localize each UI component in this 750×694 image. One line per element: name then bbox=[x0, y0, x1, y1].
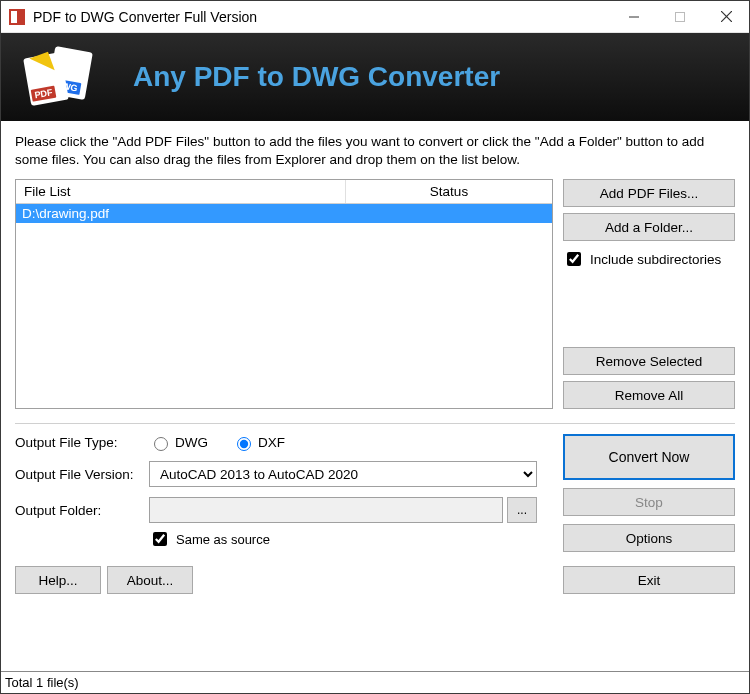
lower-panel: Output File Type: DWG DXF Output File Ve bbox=[15, 434, 735, 552]
footer-buttons: Help... About... Exit bbox=[15, 566, 735, 594]
remove-all-button[interactable]: Remove All bbox=[563, 381, 735, 409]
output-type-label: Output File Type: bbox=[15, 435, 149, 450]
options-button[interactable]: Options bbox=[563, 524, 735, 552]
remove-selected-button[interactable]: Remove Selected bbox=[563, 347, 735, 375]
header-status[interactable]: Status bbox=[346, 180, 552, 203]
banner: Any PDF to DWG Converter bbox=[1, 33, 749, 121]
radio-dwg-label: DWG bbox=[175, 435, 208, 450]
convert-now-button[interactable]: Convert Now bbox=[563, 434, 735, 480]
svg-rect-1 bbox=[676, 12, 685, 21]
include-subdirs-input[interactable] bbox=[567, 252, 581, 266]
add-pdf-files-button[interactable]: Add PDF Files... bbox=[563, 179, 735, 207]
cell-status bbox=[346, 204, 552, 223]
close-icon bbox=[721, 11, 732, 22]
app-icon bbox=[9, 9, 25, 25]
list-body[interactable]: D:\drawing.pdf bbox=[16, 204, 552, 408]
radio-dxf[interactable]: DXF bbox=[232, 434, 285, 451]
status-text: Total 1 file(s) bbox=[5, 675, 79, 690]
maximize-button[interactable] bbox=[657, 1, 703, 33]
radio-dxf-label: DXF bbox=[258, 435, 285, 450]
status-bar: Total 1 file(s) bbox=[1, 671, 749, 693]
titlebar: PDF to DWG Converter Full Version bbox=[1, 1, 749, 33]
banner-title: Any PDF to DWG Converter bbox=[133, 61, 500, 93]
separator bbox=[15, 423, 735, 424]
cell-file: D:\drawing.pdf bbox=[16, 204, 346, 223]
minimize-button[interactable] bbox=[611, 1, 657, 33]
include-subdirs-checkbox[interactable]: Include subdirectories bbox=[563, 249, 735, 269]
stop-button[interactable]: Stop bbox=[563, 488, 735, 516]
output-folder-label: Output Folder: bbox=[15, 503, 149, 518]
add-folder-button[interactable]: Add a Folder... bbox=[563, 213, 735, 241]
output-version-select[interactable]: AutoCAD 2013 to AutoCAD 2020 bbox=[149, 461, 537, 487]
list-row[interactable]: D:\drawing.pdf bbox=[16, 204, 552, 223]
same-as-source-row: Same as source bbox=[15, 529, 537, 549]
output-version-row: Output File Version: AutoCAD 2013 to Aut… bbox=[15, 461, 537, 487]
upper-panel: File List Status D:\drawing.pdf Add PDF … bbox=[15, 179, 735, 409]
app-logo bbox=[25, 45, 97, 109]
maximize-icon bbox=[675, 12, 685, 22]
about-button[interactable]: About... bbox=[107, 566, 193, 594]
exit-button[interactable]: Exit bbox=[563, 566, 735, 594]
output-settings: Output File Type: DWG DXF Output File Ve bbox=[15, 434, 537, 552]
header-file-list[interactable]: File List bbox=[16, 180, 346, 203]
list-header: File List Status bbox=[16, 180, 552, 204]
browse-folder-button[interactable]: ... bbox=[507, 497, 537, 523]
include-subdirs-label: Include subdirectories bbox=[590, 252, 721, 267]
output-type-radios: DWG DXF bbox=[149, 434, 285, 451]
radio-dxf-input[interactable] bbox=[237, 437, 251, 451]
radio-dwg-input[interactable] bbox=[154, 437, 168, 451]
action-column: Convert Now Stop Options bbox=[563, 434, 735, 552]
help-button[interactable]: Help... bbox=[15, 566, 101, 594]
output-folder-row: Output Folder: ... bbox=[15, 497, 537, 523]
window-title: PDF to DWG Converter Full Version bbox=[33, 9, 611, 25]
output-type-row: Output File Type: DWG DXF bbox=[15, 434, 537, 451]
same-as-source-checkbox[interactable] bbox=[153, 532, 167, 546]
instructions-text: Please click the "Add PDF Files" button … bbox=[15, 133, 735, 169]
output-version-label: Output File Version: bbox=[15, 467, 149, 482]
output-folder-input[interactable] bbox=[149, 497, 503, 523]
minimize-icon bbox=[629, 12, 639, 22]
same-as-source-label: Same as source bbox=[176, 532, 270, 547]
side-panel: Add PDF Files... Add a Folder... Include… bbox=[563, 179, 735, 409]
radio-dwg[interactable]: DWG bbox=[149, 434, 208, 451]
content-area: Please click the "Add PDF Files" button … bbox=[1, 121, 749, 671]
app-window: PDF to DWG Converter Full Version Any PD… bbox=[0, 0, 750, 694]
file-list[interactable]: File List Status D:\drawing.pdf bbox=[15, 179, 553, 409]
close-button[interactable] bbox=[703, 1, 749, 33]
